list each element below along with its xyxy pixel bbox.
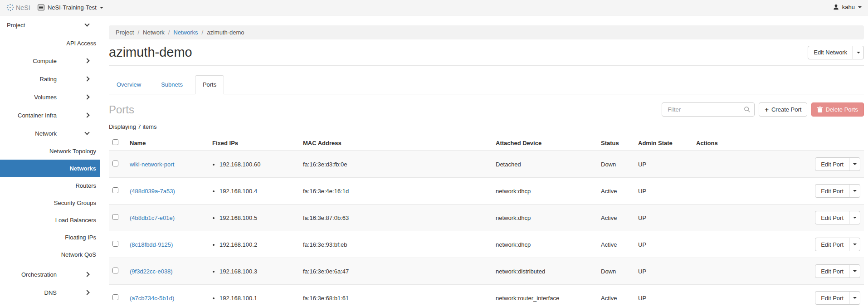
user-menu[interactable]: kahu	[833, 4, 862, 10]
column-header-name[interactable]: Name	[126, 135, 209, 151]
edit-network-button[interactable]: Edit Network	[808, 46, 853, 59]
sidebar-item-label: Network	[35, 130, 57, 137]
items-count: Displaying 7 items	[109, 123, 864, 130]
section-title: Ports	[109, 103, 134, 116]
breadcrumb-network: Network	[143, 29, 165, 36]
table-header-row: Name Fixed IPs MAC Address Attached Devi…	[109, 135, 864, 151]
select-all-checkbox[interactable]	[112, 139, 118, 145]
port-name-link[interactable]: wiki-network-port	[130, 161, 174, 168]
sidebar-item-network-topology[interactable]: Network Topology	[0, 142, 100, 160]
edit-port-dropdown-toggle[interactable]	[849, 184, 860, 198]
search-icon[interactable]	[744, 106, 751, 113]
fixed-ip: 192.168.100.3	[219, 268, 296, 275]
sidebar-item-project[interactable]: Project	[0, 15, 100, 34]
sidebar-item-label: Volumes	[34, 94, 57, 101]
sidebar-item-network-qos[interactable]: Network QoS	[0, 246, 100, 263]
row-checkbox[interactable]	[112, 187, 118, 193]
project-switcher-icon	[38, 5, 44, 10]
tab-subnets[interactable]: Subnets	[153, 75, 190, 94]
sidebar-item-networks[interactable]: Networks	[0, 160, 100, 177]
edit-port-dropdown-toggle[interactable]	[849, 157, 860, 171]
filter-input[interactable]	[662, 102, 755, 117]
plus-icon: +	[765, 106, 769, 113]
edit-port-button[interactable]: Edit Port	[815, 264, 849, 278]
attached-device: network:distributed	[492, 258, 597, 285]
chevron-right-icon	[84, 272, 89, 277]
fixed-ip: 192.168.100.4	[219, 188, 296, 195]
caret-down-icon	[853, 217, 857, 219]
status-value: Down	[597, 151, 634, 178]
row-checkbox[interactable]	[112, 214, 118, 220]
port-name-link[interactable]: (9f3d22cc-e038)	[130, 268, 173, 275]
port-name-link[interactable]: (a7cb734c-5b1d)	[130, 295, 174, 302]
edit-port-button[interactable]: Edit Port	[815, 211, 849, 224]
sidebar-item-label: Compute	[33, 58, 57, 64]
table-row: (9f3d22cc-e038) 192.168.100.3 fa:16:3e:0…	[109, 258, 864, 285]
delete-ports-button[interactable]: Delete Ports	[811, 102, 864, 117]
navbar-left: NeSI NeSI-Training-Test	[6, 4, 103, 11]
attached-device: Detached	[492, 151, 597, 178]
edit-network-dropdown-toggle[interactable]	[853, 46, 864, 59]
sidebar-item-volumes[interactable]: Volumes	[0, 88, 100, 106]
tab-ports[interactable]: Ports	[195, 75, 224, 94]
mac-address: fa:16:3e:93:bf:eb	[299, 231, 492, 258]
sidebar-item-orchestration[interactable]: Orchestration	[0, 265, 100, 283]
edit-port-dropdown-toggle[interactable]	[849, 264, 860, 278]
sidebar-item-container-infra[interactable]: Container Infra	[0, 106, 100, 124]
sidebar-item-load-balancers[interactable]: Load Balancers	[0, 211, 100, 229]
project-switcher[interactable]: NeSI-Training-Test	[38, 4, 103, 11]
edit-port-button[interactable]: Edit Port	[815, 184, 849, 198]
sidebar-item-security-groups[interactable]: Security Groups	[0, 194, 100, 211]
row-checkbox[interactable]	[112, 161, 118, 166]
caret-down-icon	[853, 163, 857, 165]
status-value: Down	[597, 258, 634, 285]
sidebar-item-object-store[interactable]: Object Store	[0, 302, 100, 307]
port-name-link[interactable]: (8c18fbdd-9125)	[130, 241, 173, 248]
breadcrumb: Project / Network / Networks / azimuth-d…	[109, 25, 864, 39]
edit-port-button-group: Edit Port	[815, 291, 860, 305]
delete-ports-label: Delete Ports	[825, 106, 858, 113]
table-row: (a7cb734c-5b1d) 192.168.100.1 fa:16:3e:6…	[109, 285, 864, 307]
edit-port-dropdown-toggle[interactable]	[849, 211, 860, 224]
admin-state-value: UP	[634, 205, 692, 231]
attached-device: network:dhcp	[492, 205, 597, 231]
edit-port-button[interactable]: Edit Port	[815, 291, 849, 305]
sidebar-item-floating-ips[interactable]: Floating IPs	[0, 229, 100, 246]
edit-port-button[interactable]: Edit Port	[815, 238, 849, 251]
row-checkbox[interactable]	[112, 294, 118, 300]
status-value: Active	[597, 178, 634, 205]
row-checkbox[interactable]	[112, 241, 118, 247]
sidebar-item-network[interactable]: Network	[0, 124, 100, 142]
table-actions: + Create Port Delete Ports	[662, 102, 864, 117]
sidebar-item-rating[interactable]: Rating	[0, 70, 100, 88]
admin-state-value: UP	[634, 258, 692, 285]
admin-state-value: UP	[634, 178, 692, 205]
status-value: Active	[597, 205, 634, 231]
sidebar-item-label: Routers	[75, 182, 96, 189]
mac-address: fa:16:3e:87:0b:63	[299, 205, 492, 231]
edit-port-dropdown-toggle[interactable]	[849, 291, 860, 305]
mac-address: fa:16:3e:68:b1:61	[299, 285, 492, 307]
tab-overview[interactable]: Overview	[109, 75, 149, 94]
column-header-admin-state: Admin State	[634, 135, 692, 151]
sidebar-item-compute[interactable]: Compute	[0, 52, 100, 70]
sidebar-item-api-access[interactable]: API Access	[0, 34, 100, 52]
chevron-down-icon	[84, 130, 89, 135]
create-port-button[interactable]: + Create Port	[759, 102, 807, 117]
edit-port-dropdown-toggle[interactable]	[849, 238, 860, 251]
page-header: azimuth-demo Edit Network	[109, 45, 864, 60]
sidebar-item-routers[interactable]: Routers	[0, 177, 100, 194]
port-name-link[interactable]: (488d039a-7a53)	[130, 188, 175, 195]
edit-port-button[interactable]: Edit Port	[815, 157, 849, 171]
ports-section-header: Ports + Create Port	[109, 102, 864, 117]
sidebar-item-label: Rating	[39, 76, 57, 83]
ports-table: Name Fixed IPs MAC Address Attached Devi…	[109, 135, 864, 307]
breadcrumb-networks-link[interactable]: Networks	[173, 29, 198, 36]
sidebar-item-dns[interactable]: DNS	[0, 283, 100, 302]
app-window: NeSI NeSI-Training-Test kahu	[0, 0, 868, 307]
row-checkbox[interactable]	[112, 268, 118, 273]
port-name-link[interactable]: (4b8db1c7-e01e)	[130, 214, 175, 221]
nesi-logo[interactable]: NeSI	[6, 4, 30, 11]
fixed-ip: 192.168.100.1	[219, 295, 296, 302]
chevron-right-icon	[84, 112, 89, 117]
